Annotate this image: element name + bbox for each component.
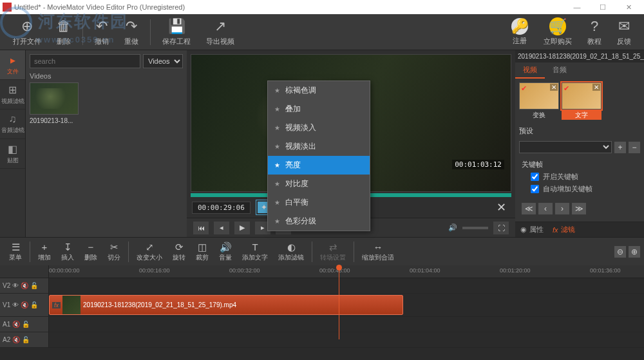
export-icon: ↗ xyxy=(214,17,226,35)
search-input[interactable] xyxy=(30,54,140,68)
zoom-in-button[interactable]: ⊕ xyxy=(629,246,640,258)
kf-fwd-button[interactable]: › xyxy=(555,203,569,214)
delete-button[interactable]: 🗑删除 xyxy=(57,17,71,46)
undo-button[interactable]: ↶撤销 xyxy=(95,17,109,46)
track-body[interactable] xyxy=(49,278,644,293)
tl-filter-button[interactable]: ◐添加滤镜 xyxy=(278,242,304,262)
close-button[interactable]: ✕ xyxy=(616,3,641,12)
tl-resize-button[interactable]: ⤢改变大小 xyxy=(137,242,162,262)
tl-transition-button[interactable]: ⇄转场设置 xyxy=(320,242,346,262)
volume-icon[interactable]: 🔊 xyxy=(448,223,457,232)
preset-add-button[interactable]: + xyxy=(614,142,626,153)
tl-fit-button[interactable]: ↔缩放到合适 xyxy=(362,242,394,262)
preset-select[interactable] xyxy=(519,141,612,153)
category-select[interactable]: Videos xyxy=(143,54,183,68)
effect-fadein[interactable]: ★视频淡入 xyxy=(268,118,370,137)
kf-back-button[interactable]: ‹ xyxy=(538,203,553,214)
play-button[interactable]: ▶ xyxy=(234,222,250,234)
maximize-button[interactable]: ☐ xyxy=(590,3,616,12)
tl-split-button[interactable]: ✂切分 xyxy=(108,242,120,262)
lock-icon[interactable]: 🔓 xyxy=(22,321,30,328)
text-icon: T xyxy=(252,242,258,253)
file-icon: ▸ xyxy=(10,54,15,66)
effect-brightness[interactable]: ★亮度 xyxy=(268,156,370,175)
tab-video[interactable]: 视频 xyxy=(515,62,545,79)
fullscreen-button[interactable]: ⛶ xyxy=(493,222,509,234)
kf-enable-checkbox[interactable]: 开启关键帧 xyxy=(531,172,638,182)
tl-rotate-button[interactable]: ⟳旋转 xyxy=(173,242,185,262)
preset-remove-button[interactable]: − xyxy=(629,142,640,153)
mute-icon[interactable]: 🔇 xyxy=(12,336,20,343)
attr-filter-tab[interactable]: fx 滤镜 xyxy=(553,225,575,234)
timeline-clip[interactable]: fx 20190213-181238(2019_02_21_18_51_25_1… xyxy=(49,295,403,315)
kf-auto-checkbox[interactable]: 自动增加关键帧 xyxy=(531,184,638,194)
skip-start-button[interactable]: ⏮ xyxy=(193,222,209,234)
track-a1: A1🔇🔓 xyxy=(0,317,644,332)
mute-icon[interactable]: 🔇 xyxy=(21,301,28,308)
feedback-button[interactable]: ✉反馈 xyxy=(617,17,631,46)
eye-icon[interactable]: 👁 xyxy=(12,301,19,308)
export-video-button[interactable]: ↗导出视频 xyxy=(206,17,234,46)
add-icon: + xyxy=(42,242,48,253)
track-body[interactable] xyxy=(49,332,644,347)
timecode-display[interactable]: 00:00:29:06 xyxy=(192,202,251,214)
prev-frame-button[interactable]: ◂ xyxy=(214,222,229,234)
tl-crop-button[interactable]: ◫裁剪 xyxy=(196,242,209,262)
lock-icon[interactable]: 🔓 xyxy=(22,336,30,343)
lock-icon[interactable]: 🔓 xyxy=(30,282,38,289)
cart-icon: 🛒 xyxy=(549,17,566,35)
sidebar-audio-filter[interactable]: ♫音频滤镜 xyxy=(0,109,25,139)
redo-icon: ↷ xyxy=(126,17,137,35)
sidebar-sticker[interactable]: ◧贴图 xyxy=(0,139,25,169)
help-icon: ? xyxy=(591,17,598,35)
timeline-ruler[interactable]: 00:00:00:00 00:00:16:00 00:00:32:00 00:0… xyxy=(0,265,644,278)
lock-icon[interactable]: 🔓 xyxy=(30,301,38,308)
redo-button[interactable]: ↷重做 xyxy=(124,17,138,46)
mute-icon[interactable]: 🔇 xyxy=(12,321,20,328)
effect-fadeout[interactable]: ★视频淡出 xyxy=(268,137,370,156)
buy-now-button[interactable]: 🛒立即购买 xyxy=(544,17,572,46)
clip-thumb xyxy=(62,296,80,314)
track-body[interactable]: fx 20190213-181238(2019_02_21_18_51_25_1… xyxy=(49,294,644,316)
tl-menu-button[interactable]: ☰菜单 xyxy=(9,242,22,262)
track-body[interactable] xyxy=(49,317,644,332)
effect-overlay[interactable]: ★叠加 xyxy=(268,100,370,118)
undo-icon: ↶ xyxy=(96,17,108,35)
attr-props-tab[interactable]: ◉ 属性 xyxy=(520,225,544,234)
eye-icon[interactable]: 👁 xyxy=(12,282,19,289)
playhead[interactable] xyxy=(339,265,339,339)
media-clip[interactable]: 20190213-18... xyxy=(30,82,79,124)
media-panel: Videos Videos 20190213-18... xyxy=(26,50,187,237)
register-button[interactable]: 🔑注册 xyxy=(511,18,528,46)
mute-icon[interactable]: 🔇 xyxy=(21,282,28,289)
tutorial-button[interactable]: ?教程 xyxy=(587,17,601,46)
minimize-button[interactable]: — xyxy=(564,3,590,11)
sidebar-video-filter[interactable]: ⊞视频滤镜 xyxy=(0,80,25,109)
fx-text[interactable]: ✔✕ 文字 xyxy=(562,82,601,120)
effect-whitebalance[interactable]: ★白平衡 xyxy=(268,193,370,212)
tl-add-button[interactable]: +增加 xyxy=(38,242,51,262)
fx-transform[interactable]: ✔✕ 变换 xyxy=(519,82,559,120)
tl-insert-button[interactable]: ↧插入 xyxy=(61,242,74,262)
save-project-button[interactable]: 💾保存工程 xyxy=(162,17,191,46)
resize-icon: ⤢ xyxy=(146,242,154,253)
zoom-out-button[interactable]: ⊖ xyxy=(614,246,626,258)
remove-fx-icon[interactable]: ✕ xyxy=(550,84,558,91)
effect-contrast[interactable]: ★对比度 xyxy=(268,175,370,193)
remove-fx-icon[interactable]: ✕ xyxy=(592,84,600,91)
tl-text-button[interactable]: T添加文字 xyxy=(242,242,268,262)
close-preview-button[interactable]: ✕ xyxy=(493,200,510,214)
kf-next-button[interactable]: ≫ xyxy=(572,203,586,214)
sidebar-file[interactable]: ▸文件 xyxy=(0,50,25,80)
tl-delete-button[interactable]: −删除 xyxy=(84,242,97,262)
star-icon: ★ xyxy=(274,218,280,225)
window-title: Untitled* - MovieMator Video Editor Pro … xyxy=(14,3,185,11)
tl-volume-button[interactable]: 🔊音量 xyxy=(219,242,232,262)
tab-audio[interactable]: 音频 xyxy=(545,62,574,79)
kf-prev-button[interactable]: ≪ xyxy=(522,203,536,214)
volume-slider[interactable] xyxy=(462,227,488,229)
effect-colorgrade[interactable]: ★色彩分级 xyxy=(268,212,370,231)
crop-icon: ◫ xyxy=(198,242,207,253)
open-file-button[interactable]: ⊕打开文件 xyxy=(13,17,41,46)
effect-sepia[interactable]: ★棕褐色调 xyxy=(268,81,370,100)
